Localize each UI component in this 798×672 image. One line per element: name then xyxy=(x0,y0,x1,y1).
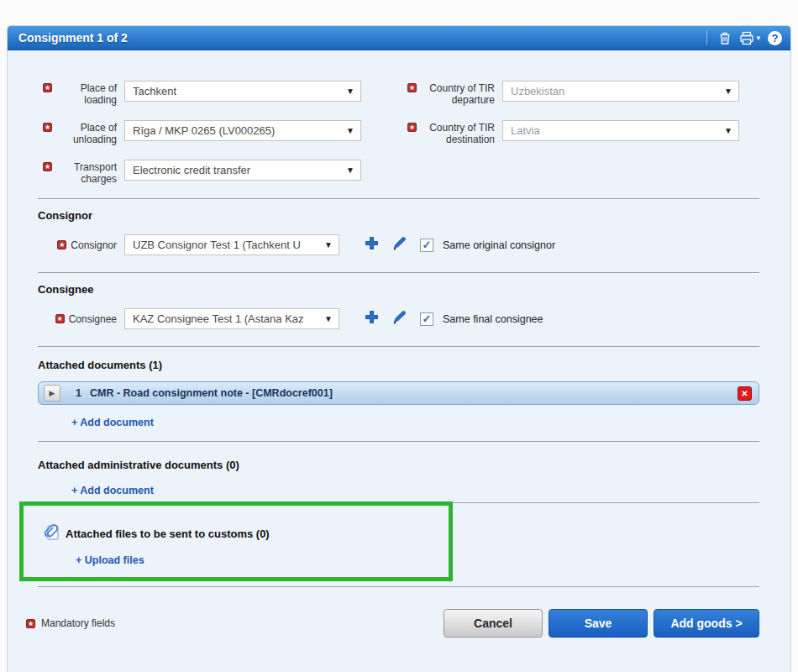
place-of-loading-select[interactable]: Tachkent ▼ xyxy=(124,81,361,102)
field-place-of-unloading: ★ Place of unloading Rīga / MKP 0265 (LV… xyxy=(38,120,361,145)
mandatory-icon: ★ xyxy=(57,240,66,249)
add-goods-button[interactable]: Add goods > xyxy=(654,609,759,638)
customs-files-highlight: Attached files to be sent to customs (0)… xyxy=(19,501,453,581)
mandatory-icon: ★ xyxy=(43,162,52,171)
delete-consignment-icon[interactable] xyxy=(718,31,732,45)
consignor-heading: Consignor xyxy=(38,209,759,222)
form-footer: ★ Mandatory fields Cancel Save Add goods… xyxy=(38,609,759,638)
consignment-panel: Consignment 1 of 2 ▾ ? xyxy=(7,25,791,672)
consignee-row: ★ Consignee KAZ Consignee Test 1 (Astana… xyxy=(38,308,759,329)
mandatory-icon: ★ xyxy=(407,123,417,132)
field-country-destination: ★ Country of TIR destination Latvia ▼ xyxy=(403,120,739,145)
mandatory-icon: ★ xyxy=(55,314,65,323)
attachment-icon xyxy=(42,522,60,544)
edit-consignee-icon[interactable] xyxy=(391,309,407,328)
country-departure-select[interactable]: Uzbekistan ▼ xyxy=(502,81,739,102)
country-destination-select[interactable]: Latvia ▼ xyxy=(502,120,739,141)
transport-charges-label: ★ Transport charges xyxy=(38,160,124,185)
field-place-of-loading: ★ Place of loading Tachkent ▼ xyxy=(38,81,361,106)
add-consignor-icon[interactable] xyxy=(365,236,379,254)
consignor-label: ★ Consignor xyxy=(38,239,124,251)
place-of-unloading-select[interactable]: Rīga / MKP 0265 (LV000265) ▼ xyxy=(124,120,361,141)
panel-title: Consignment 1 of 2 xyxy=(18,31,128,45)
chevron-down-icon: ▼ xyxy=(724,126,732,135)
header-divider xyxy=(706,30,707,45)
mandatory-icon: ★ xyxy=(43,83,52,92)
transport-charges-select[interactable]: Electronic credit transfer ▼ xyxy=(124,160,361,181)
mandatory-icon: ★ xyxy=(407,83,417,92)
country-departure-label: ★ Country of TIR departure xyxy=(403,81,502,106)
admin-documents-heading: Attached administrative documents (0) xyxy=(38,459,759,471)
chevron-down-icon: ▼ xyxy=(346,87,354,96)
print-dropdown-caret[interactable]: ▾ xyxy=(756,34,760,42)
panel-header: Consignment 1 of 2 ▾ ? xyxy=(8,26,790,50)
same-final-consignee-label: Same final consignee xyxy=(443,313,543,325)
same-original-consignor-label: Same original consignor xyxy=(443,239,555,251)
attached-document-text: 1 CMR - Road consignment note - [CMRdocr… xyxy=(76,387,333,399)
attached-documents-heading: Attached documents (1) xyxy=(38,359,759,371)
add-document-link[interactable]: + Add document xyxy=(71,417,154,428)
add-consignee-icon[interactable] xyxy=(365,310,379,328)
same-original-consignor-checkbox[interactable]: ✓ xyxy=(420,239,433,252)
consignee-select[interactable]: KAZ Consignee Test 1 (Astana Kaz ▼ xyxy=(124,308,339,329)
consignor-row: ★ Consignor UZB Consignor Test 1 (Tachke… xyxy=(38,234,759,255)
chevron-down-icon: ▼ xyxy=(324,240,333,249)
upload-files-link[interactable]: + Upload files xyxy=(76,554,144,566)
mandatory-icon: ★ xyxy=(43,123,52,132)
attached-document-row[interactable]: ▶ 1 CMR - Road consignment note - [CMRdo… xyxy=(38,381,759,405)
country-destination-label: ★ Country of TIR destination xyxy=(403,120,502,145)
place-of-unloading-label: ★ Place of unloading xyxy=(38,120,124,145)
add-admin-document-link[interactable]: + Add document xyxy=(71,485,154,496)
section-divider xyxy=(38,198,759,199)
consignee-label: ★ Consignee xyxy=(38,313,124,325)
consignee-heading: Consignee xyxy=(38,283,759,296)
chevron-down-icon: ▼ xyxy=(346,126,354,135)
expand-row-icon[interactable]: ▶ xyxy=(44,385,60,402)
help-icon[interactable]: ? xyxy=(768,31,782,45)
mandatory-icon: ★ xyxy=(26,619,35,628)
field-transport-charges: ★ Transport charges Electronic credit tr… xyxy=(38,160,361,185)
section-divider xyxy=(38,346,759,347)
cancel-button[interactable]: Cancel xyxy=(444,609,543,638)
mandatory-fields-note: ★ Mandatory fields xyxy=(26,617,115,629)
section-divider xyxy=(38,586,759,587)
place-of-loading-label: ★ Place of loading xyxy=(38,81,124,106)
chevron-down-icon: ▼ xyxy=(724,87,732,96)
chevron-down-icon: ▼ xyxy=(324,314,333,323)
form-content: ★ Place of loading Tachkent ▼ ★ Country … xyxy=(8,50,790,638)
consignor-select[interactable]: UZB Consignor Test 1 (Tachkent U ▼ xyxy=(124,234,339,255)
save-button[interactable]: Save xyxy=(549,609,648,638)
remove-document-icon[interactable]: ✕ xyxy=(738,386,752,401)
chevron-down-icon: ▼ xyxy=(346,165,354,175)
same-final-consignee-checkbox[interactable]: ✓ xyxy=(420,312,433,326)
print-icon[interactable]: ▾ xyxy=(739,31,760,45)
section-divider xyxy=(38,441,759,442)
edit-consignor-icon[interactable] xyxy=(391,235,407,255)
section-divider xyxy=(38,272,759,273)
customs-files-heading: Attached files to be sent to customs (0) xyxy=(66,528,270,540)
header-toolbar: ▾ ? xyxy=(706,30,782,45)
field-country-departure: ★ Country of TIR departure Uzbekistan ▼ xyxy=(403,81,739,106)
